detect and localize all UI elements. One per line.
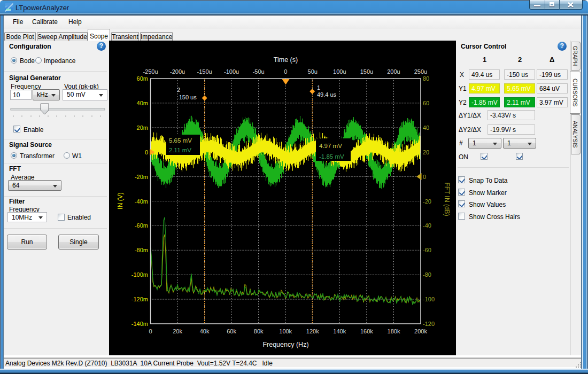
svg-text:-150 us: -150 us xyxy=(177,94,197,100)
svg-text:180k: 180k xyxy=(388,328,400,334)
svg-text:2.11 mV: 2.11 mV xyxy=(169,147,191,153)
svg-text:1: 1 xyxy=(317,84,320,91)
svg-text:100u: 100u xyxy=(333,68,346,75)
svg-text:-100m: -100m xyxy=(131,271,148,278)
svg-text:-120m: -120m xyxy=(131,296,148,302)
svg-text:-100u: -100u xyxy=(224,68,239,75)
svg-text:60k: 60k xyxy=(227,328,236,334)
svg-text:250u: 250u xyxy=(414,68,427,75)
svg-text:-250u: -250u xyxy=(143,68,158,75)
svg-text:150u: 150u xyxy=(360,68,373,75)
svg-text:200k: 200k xyxy=(414,328,427,334)
svg-text:0: 0 xyxy=(284,68,287,75)
svg-text:50u: 50u xyxy=(308,68,318,75)
svg-text:200u: 200u xyxy=(387,68,400,75)
svg-text:-60m: -60m xyxy=(135,222,148,229)
svg-text:5.65 mV: 5.65 mV xyxy=(169,137,192,144)
svg-text:0: 0 xyxy=(423,174,426,180)
svg-text:20k: 20k xyxy=(173,328,182,334)
svg-text:2: 2 xyxy=(177,87,180,93)
svg-text:-50u: -50u xyxy=(253,68,265,75)
svg-text:120k: 120k xyxy=(306,328,319,334)
svg-text:-60: -60 xyxy=(423,247,431,253)
svg-text:Time (s): Time (s) xyxy=(274,56,298,64)
svg-text:-150u: -150u xyxy=(197,68,212,75)
svg-text:40: 40 xyxy=(423,124,429,131)
svg-text:IN (V): IN (V) xyxy=(117,192,124,209)
svg-text:140k: 140k xyxy=(333,328,346,334)
svg-text:60m: 60m xyxy=(137,75,148,82)
svg-text:20m: 20m xyxy=(137,124,148,131)
svg-text:40m: 40m xyxy=(137,100,148,106)
svg-text:60: 60 xyxy=(423,100,429,106)
svg-text:-80m: -80m xyxy=(135,247,148,253)
svg-text:-40m: -40m xyxy=(135,198,148,205)
svg-text:-80: -80 xyxy=(423,271,431,278)
svg-text:160k: 160k xyxy=(360,328,373,334)
svg-text:-140m: -140m xyxy=(131,321,148,327)
svg-text:49.4 us: 49.4 us xyxy=(317,91,337,98)
svg-text:80k: 80k xyxy=(254,328,264,334)
svg-text:-1.85 mV: -1.85 mV xyxy=(319,153,344,160)
svg-text:20: 20 xyxy=(423,149,429,155)
svg-text:Frequency (Hz): Frequency (Hz) xyxy=(262,341,308,348)
svg-text:80: 80 xyxy=(423,75,429,82)
svg-text:4.97 mV: 4.97 mV xyxy=(319,143,342,149)
svg-text:0: 0 xyxy=(145,149,148,155)
svg-text:-20: -20 xyxy=(423,198,431,205)
svg-text:0: 0 xyxy=(149,328,152,334)
svg-text:FFT IN (dB): FFT IN (dB) xyxy=(443,182,451,216)
svg-text:-100: -100 xyxy=(423,296,435,302)
svg-text:-40: -40 xyxy=(423,222,431,229)
svg-text:100k: 100k xyxy=(279,328,292,334)
svg-text:-200u: -200u xyxy=(170,68,185,75)
svg-text:40k: 40k xyxy=(200,328,210,334)
svg-text:-20m: -20m xyxy=(135,174,148,180)
svg-text:-120: -120 xyxy=(423,321,435,327)
